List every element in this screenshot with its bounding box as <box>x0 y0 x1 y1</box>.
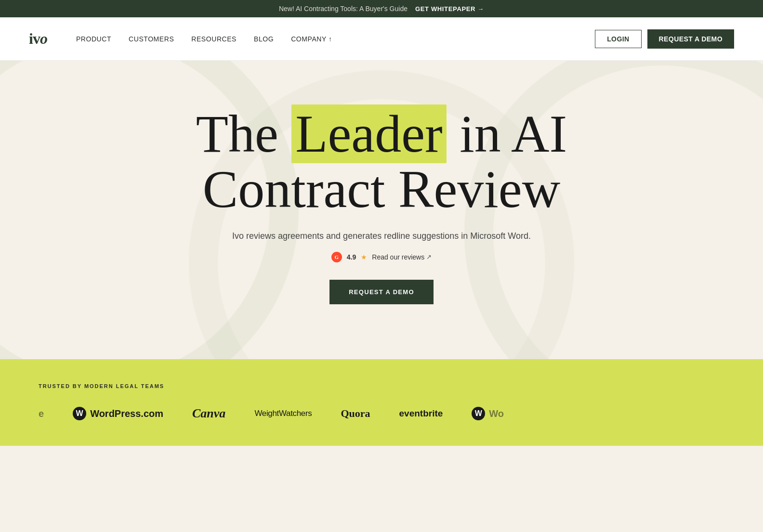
canva-text: Canva <box>192 406 225 421</box>
nav-actions: LOGIN REQUEST A DEMO <box>595 29 734 49</box>
nav-item-resources[interactable]: RESOURCES <box>191 35 237 43</box>
eventbrite-text: eventbrite <box>399 408 443 419</box>
nav-links: PRODUCT CUSTOMERS RESOURCES BLOG COMPANY… <box>76 35 595 43</box>
logo-weightwatchers: WeightWatchers <box>254 409 312 418</box>
wordpress-partial-text: Wo <box>489 408 504 419</box>
logo[interactable]: ivo <box>29 30 47 48</box>
logo-canva: Canva <box>192 406 225 421</box>
nav-item-blog[interactable]: BLOG <box>254 35 274 43</box>
hero-cta: REQUEST A DEMO <box>329 280 434 304</box>
nav-link-company[interactable]: COMPANY ↑ <box>291 35 332 43</box>
nav-item-customers[interactable]: CUSTOMERS <box>129 35 174 43</box>
nav-item-company[interactable]: COMPANY ↑ <box>291 35 332 43</box>
nav-item-product[interactable]: PRODUCT <box>76 35 111 43</box>
logo-partial-left: e <box>39 408 44 419</box>
g2-icon: G <box>331 252 342 262</box>
logo-wordpress-partial-right: W Wo <box>472 407 504 420</box>
nav-link-customers[interactable]: CUSTOMERS <box>129 35 174 43</box>
wordpress-text: WordPress.com <box>90 408 163 419</box>
login-button[interactable]: LOGIN <box>595 30 641 48</box>
weightwatchers-text: WeightWatchers <box>254 409 312 418</box>
banner-text: New! AI Contracting Tools: A Buyer's Gui… <box>279 5 408 13</box>
external-link-icon: ↗ <box>426 253 432 260</box>
navbar: ivo PRODUCT CUSTOMERS RESOURCES BLOG COM… <box>0 17 763 61</box>
nav-link-product[interactable]: PRODUCT <box>76 35 111 43</box>
star-icon: ★ <box>361 253 367 261</box>
hero-rating: G 4.9 ★ Read our reviews ↗ <box>331 252 432 262</box>
rating-score: 4.9 <box>347 253 356 261</box>
quora-text: Quora <box>341 407 370 420</box>
logo-eventbrite: eventbrite <box>399 408 443 419</box>
trusted-section: TRUSTED BY MODERN LEGAL TEAMS e W WordPr… <box>0 359 763 446</box>
hero-title: The Leader in AI Contract Review <box>141 106 622 218</box>
announcement-banner: New! AI Contracting Tools: A Buyer's Gui… <box>0 0 763 17</box>
hero-title-highlight: Leader <box>291 104 446 163</box>
hero-subtitle: Ivo reviews agreements and generates red… <box>232 231 531 241</box>
wordpress-icon: W <box>73 407 86 420</box>
nav-link-blog[interactable]: BLOG <box>254 35 274 43</box>
logo-row: e W WordPress.com Canva WeightWatchers Q… <box>39 406 724 421</box>
wordpress-icon-2: W <box>472 407 485 420</box>
logo-wordpress: W WordPress.com <box>73 407 163 420</box>
logo-quora: Quora <box>341 407 370 420</box>
banner-cta-link[interactable]: GET WHITEPAPER → <box>415 5 484 13</box>
trusted-label: TRUSTED BY MODERN LEGAL TEAMS <box>39 383 724 389</box>
hero-title-before: The <box>196 104 292 163</box>
nav-link-resources[interactable]: RESOURCES <box>191 35 237 43</box>
request-demo-button-hero[interactable]: REQUEST A DEMO <box>329 280 434 304</box>
hero-section: The Leader in AI Contract Review Ivo rev… <box>0 61 763 359</box>
request-demo-button-nav[interactable]: REQUEST A DEMO <box>647 29 734 49</box>
read-reviews-link[interactable]: Read our reviews ↗ <box>372 253 432 261</box>
read-reviews-text: Read our reviews <box>372 253 424 261</box>
